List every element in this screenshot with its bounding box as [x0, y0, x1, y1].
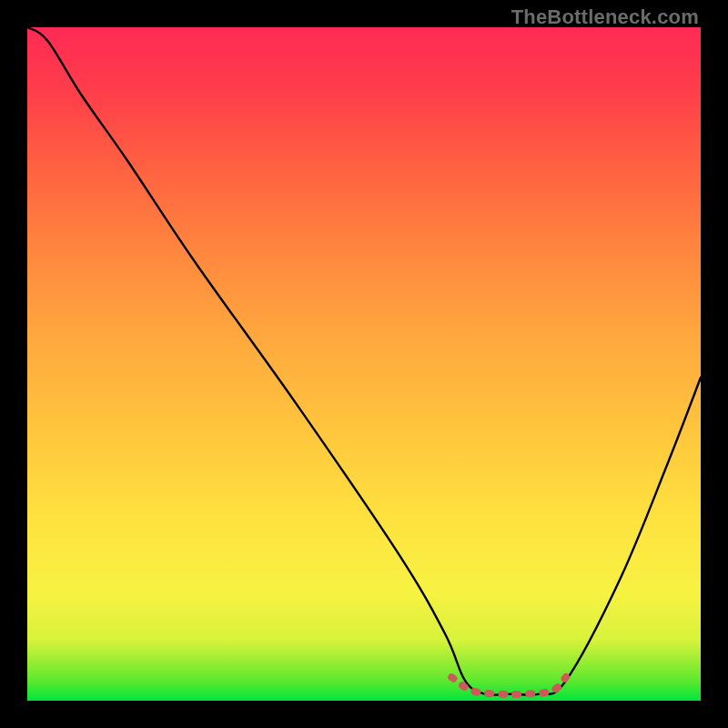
curve-layer	[27, 27, 701, 701]
bottleneck-curve-path	[27, 27, 701, 695]
chart-frame: TheBottleneck.com	[0, 0, 728, 728]
watermark-text: TheBottleneck.com	[511, 5, 699, 29]
plot-area	[27, 27, 701, 701]
